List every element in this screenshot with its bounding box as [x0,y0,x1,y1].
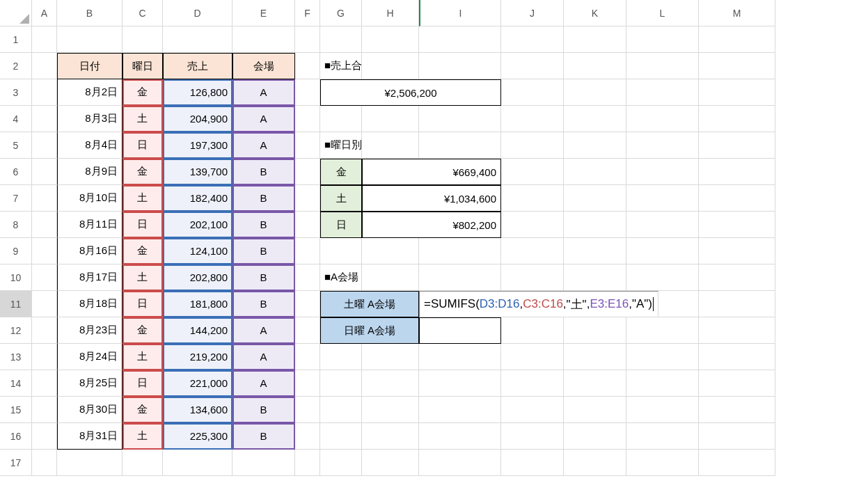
cell-J10[interactable] [501,264,564,291]
cell-K12[interactable] [564,317,626,344]
cell-L7[interactable] [626,185,699,212]
venue-cell[interactable]: A [232,317,295,344]
cell-M7[interactable] [699,185,775,212]
sales-cell[interactable]: 181,800 [163,291,232,317]
cell-L15[interactable] [626,397,699,423]
sales-cell[interactable]: 144,200 [163,317,232,344]
row-header-10[interactable]: 10 [0,264,32,291]
cell-I15[interactable] [419,397,501,423]
cell-K14[interactable] [564,370,626,397]
cell-J5[interactable] [501,132,564,159]
date-cell[interactable]: 8月9日 [57,159,123,185]
bydow-dow[interactable]: 金 [320,159,362,185]
cell-H10[interactable] [362,264,419,291]
row-header-2[interactable]: 2 [0,53,32,79]
cell-A3[interactable] [32,79,57,106]
cell-L3[interactable] [626,79,699,106]
row-header-16[interactable]: 16 [0,423,32,450]
venue-cell[interactable]: B [232,212,295,238]
row-header-14[interactable]: 14 [0,370,32,397]
row-header-3[interactable]: 3 [0,79,32,106]
cell-B1[interactable] [57,26,123,53]
cell-J13[interactable] [501,344,564,370]
cell-M6[interactable] [699,159,775,185]
cell-A16[interactable] [32,423,57,450]
cell-L14[interactable] [626,370,699,397]
cell-K8[interactable] [564,212,626,238]
cell-B17[interactable] [57,450,123,476]
cell-D17[interactable] [163,450,232,476]
col-header-dow[interactable]: 曜日 [123,53,163,79]
cell-E1[interactable] [232,26,295,53]
column-header-D[interactable]: D [163,0,232,26]
cell-K1[interactable] [564,26,626,53]
dow-cell[interactable]: 日 [123,291,163,317]
cell-H17[interactable] [362,450,419,476]
cell-E17[interactable] [232,450,295,476]
cell-A6[interactable] [32,159,57,185]
cell-J2[interactable] [501,53,564,79]
cell-K4[interactable] [564,106,626,132]
sales-cell[interactable]: 204,900 [163,106,232,132]
dow-cell[interactable]: 土 [123,423,163,450]
bydow-label[interactable]: ■曜日別売上 [320,132,362,159]
cell-L12[interactable] [626,317,699,344]
venue-cell[interactable]: B [232,291,295,317]
column-header-M[interactable]: M [699,0,775,26]
cell-K7[interactable] [564,185,626,212]
cell-I16[interactable] [419,423,501,450]
date-cell[interactable]: 8月11日 [57,212,123,238]
cell-J1[interactable] [501,26,564,53]
cell-H5[interactable] [362,132,419,159]
row-header-5[interactable]: 5 [0,132,32,159]
total-label[interactable]: ■売上合計金額 [320,53,362,79]
column-header-A[interactable]: A [32,0,57,26]
cell-J7[interactable] [501,185,564,212]
date-cell[interactable]: 8月23日 [57,317,123,344]
cell-J16[interactable] [501,423,564,450]
row-header-9[interactable]: 9 [0,238,32,264]
cell-L16[interactable] [626,423,699,450]
cell-A7[interactable] [32,185,57,212]
cell-G17[interactable] [320,450,362,476]
bydow-value[interactable]: ¥802,200 [362,212,501,238]
cell-I5[interactable] [419,132,501,159]
dow-cell[interactable]: 土 [123,264,163,291]
date-cell[interactable]: 8月10日 [57,185,123,212]
sales-cell[interactable]: 139,700 [163,159,232,185]
cell-J6[interactable] [501,159,564,185]
cell-F11[interactable] [295,291,320,317]
cell-J3[interactable] [501,79,564,106]
cell-L1[interactable] [626,26,699,53]
cell-M13[interactable] [699,344,775,370]
cell-J9[interactable] [501,238,564,264]
cell-K9[interactable] [564,238,626,264]
venue-row-label[interactable]: 日曜 A会場 [320,317,419,344]
cell-K15[interactable] [564,397,626,423]
date-cell[interactable]: 8月25日 [57,370,123,397]
column-header-I[interactable]: I [419,0,501,26]
cell-G14[interactable] [320,370,362,397]
column-header-J[interactable]: J [501,0,564,26]
sales-cell[interactable]: 126,800 [163,79,232,106]
cell-K3[interactable] [564,79,626,106]
cell-H13[interactable] [362,344,419,370]
cell-F6[interactable] [295,159,320,185]
cell-M1[interactable] [699,26,775,53]
cell-F13[interactable] [295,344,320,370]
sales-cell[interactable]: 202,800 [163,264,232,291]
date-cell[interactable]: 8月16日 [57,238,123,264]
cell-G16[interactable] [320,423,362,450]
date-cell[interactable]: 8月31日 [57,423,123,450]
cell-L8[interactable] [626,212,699,238]
column-header-K[interactable]: K [564,0,626,26]
cell-A1[interactable] [32,26,57,53]
dow-cell[interactable]: 金 [123,159,163,185]
cell-I14[interactable] [419,370,501,397]
row-header-8[interactable]: 8 [0,212,32,238]
cell-K2[interactable] [564,53,626,79]
cell-D1[interactable] [163,26,232,53]
row-header-4[interactable]: 4 [0,106,32,132]
cell-A15[interactable] [32,397,57,423]
cell-A4[interactable] [32,106,57,132]
